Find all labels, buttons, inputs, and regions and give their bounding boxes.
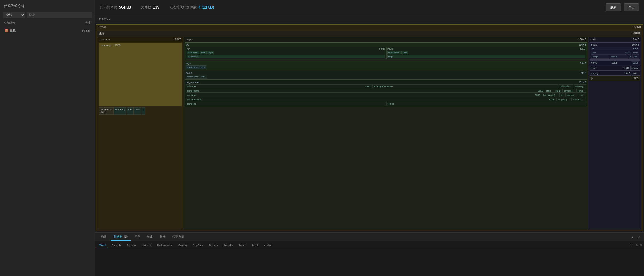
- uni-wxss-block[interactable]: uni-icons.wxss 54KB: [186, 98, 556, 101]
- tab-build[interactable]: 构建: [98, 233, 110, 241]
- common-bottom-files: main.wxss 12KB runtime.j tabt: [98, 107, 183, 115]
- vendor-size: 157KB: [113, 44, 120, 47]
- register-file[interactable]: register.wxn: [186, 65, 199, 69]
- tab-output[interactable]: 输出: [144, 233, 156, 241]
- bottom-panel: 构建 调试器 2 问题 输出 终端 代码质量 ∧ ✕ Wxml Console …: [95, 232, 644, 276]
- updatepass-file[interactable]: updatePass: [187, 55, 385, 58]
- wbpng-block[interactable]: wb.png 33KB: [590, 71, 631, 76]
- files-value: 139: [153, 5, 160, 9]
- breadcrumb: 代码包 /: [95, 15, 644, 23]
- refresh-button[interactable]: 刷新: [606, 3, 621, 11]
- main-pkg-box: 主包 564KB common 179KB: [97, 31, 642, 230]
- home-static-block[interactable]: home: [632, 51, 639, 54]
- my-header: my 52KB: [187, 48, 385, 50]
- header-block[interactable]: header: [610, 55, 629, 59]
- uni-dot-block[interactable]: uni-: [579, 93, 586, 97]
- compo2-block[interactable]: compo: [386, 102, 586, 106]
- column-static: static 116KB image 106KB: [589, 37, 641, 229]
- nodep-value: 4 (11KB): [198, 5, 214, 9]
- uni-popup-block[interactable]: uni-popup: [556, 98, 571, 101]
- tablco-block[interactable]: tablco: [630, 66, 640, 71]
- file-t[interactable]: t: [142, 107, 145, 115]
- def-block[interactable]: def: [633, 55, 639, 59]
- uni-icons-block[interactable]: uni-icons 56KB: [186, 84, 372, 88]
- comp-block[interactable]: comp: [576, 89, 586, 93]
- components-block[interactable]: components 56KB: [186, 89, 544, 93]
- uni-icons2-block[interactable]: uni-icons 56KB: [186, 93, 542, 97]
- home-section: home 19KB home.wxss1 home.: [185, 71, 587, 80]
- compone2-block[interactable]: compone: [186, 102, 386, 106]
- search-input[interactable]: [27, 12, 92, 18]
- devtools-tab-sensor[interactable]: Sensor: [236, 243, 249, 248]
- detail-file[interactable]: detail.wxss3C: [387, 51, 402, 54]
- devtools-tab-memory[interactable]: Memory: [175, 243, 190, 248]
- export-button[interactable]: 导出: [624, 3, 639, 11]
- login-files: register.wxn regist: [186, 65, 586, 69]
- common-header: common 179KB: [98, 37, 183, 42]
- devtools-tab-console[interactable]: Console: [109, 243, 124, 248]
- treemap-columns: common 179KB vendor.js 157KB: [97, 36, 642, 230]
- home-dot-file[interactable]: home.: [199, 75, 207, 79]
- main-pkg-size: 564KB: [632, 32, 640, 35]
- n-block[interactable]: n: [629, 55, 632, 59]
- uni-load-block[interactable]: uni-load-m: [559, 84, 573, 88]
- compone-block[interactable]: compone: [562, 89, 576, 93]
- nodep-label: 无依赖代码文件数: [169, 5, 196, 9]
- devtools-tab-audits[interactable]: Audits: [262, 243, 274, 248]
- tab-quality[interactable]: 代码质量: [170, 233, 187, 241]
- vendor-block[interactable]: vendor.js 157KB: [99, 43, 182, 106]
- uniloa-block[interactable]: uni-loa: [566, 93, 578, 97]
- mine-file[interactable]: mine.wxss2: [187, 51, 200, 54]
- regist-file[interactable]: regist: [199, 65, 206, 69]
- list-file[interactable]: list.js: [387, 55, 585, 58]
- my-subsection: my 52KB mine.wxss2 walle paym: [186, 47, 386, 59]
- total-label: 代码总体积: [100, 5, 117, 9]
- wb-static-block[interactable]: wb 62KB: [591, 47, 639, 50]
- devtools-tab-wxml[interactable]: Wxml: [97, 243, 109, 248]
- tab-debugger[interactable]: 调试器 2: [110, 233, 130, 241]
- column-pages: pages 138KB wb 136KB: [184, 37, 588, 229]
- devtools-tab-network[interactable]: Network: [139, 243, 154, 248]
- user-static-row: user 31KB home: [591, 51, 639, 54]
- files-label: 文件数: [141, 5, 151, 9]
- uni-easy-block[interactable]: uni-easy: [574, 84, 586, 88]
- ap-block[interactable]: ap: [560, 93, 566, 97]
- main-pkg-name: 主包: [10, 28, 16, 33]
- devtools-tab-performance[interactable]: Performance: [155, 243, 175, 248]
- sear-block[interactable]: sear: [632, 71, 640, 76]
- devtools-tab-appdata[interactable]: AppData: [190, 243, 206, 248]
- devtools-tab-storage[interactable]: Storage: [206, 243, 220, 248]
- tab-terminal[interactable]: 终端: [157, 233, 168, 241]
- tab-issues[interactable]: 问题: [132, 233, 143, 241]
- paym-file[interactable]: paym: [207, 51, 214, 54]
- user-static-block[interactable]: user 31KB: [591, 51, 631, 54]
- homewxss-file[interactable]: home.wxss1: [186, 75, 199, 79]
- devtools-tab-security[interactable]: Security: [221, 243, 236, 248]
- collapse-button[interactable]: ∧: [630, 235, 634, 240]
- package-filter-select[interactable]: 全部: [3, 12, 25, 18]
- file-runtime[interactable]: runtime.j: [114, 107, 126, 115]
- wallet-file[interactable]: walle: [200, 51, 206, 54]
- wb-static-row: wb 62KB: [591, 47, 639, 50]
- file-mai[interactable]: mai: [134, 107, 141, 115]
- home-header: home 19KB: [186, 71, 586, 74]
- close-bottom-button[interactable]: ✕: [636, 235, 641, 240]
- components-row: components 56KB static 38KB compone: [186, 89, 586, 93]
- sidebar-item-main-pkg[interactable]: 📦 主包 564KB: [3, 27, 92, 34]
- uni-upgrade-block[interactable]: uni-upgrade-center-: [372, 84, 558, 88]
- devtools-tab-sources[interactable]: Sources: [124, 243, 139, 248]
- total-value: 564KB: [119, 5, 131, 9]
- uni-trans-block[interactable]: uni-trans: [572, 98, 586, 101]
- devtools-tab-mock[interactable]: Mock: [250, 243, 261, 248]
- wblist-files: detail.wxss3C detai: [387, 51, 585, 54]
- file-tabt[interactable]: tabt: [127, 107, 134, 115]
- file-main-wxss[interactable]: main.wxss 12KB: [99, 107, 114, 115]
- wbpng-row: wb.png 33KB sear: [590, 71, 640, 76]
- wblist-subsection: wbList 43KB detail.wxss3C detai list.js: [386, 47, 586, 59]
- home33-block[interactable]: home 33KB: [590, 66, 630, 71]
- bgtop-block[interactable]: bg_top.png3: [542, 93, 559, 97]
- detai-file[interactable]: detai: [402, 51, 408, 54]
- userpn-block[interactable]: user.pn: [591, 55, 610, 59]
- loginc-block[interactable]: loginC: [632, 61, 639, 64]
- static-38-block[interactable]: static 38KB: [545, 89, 562, 93]
